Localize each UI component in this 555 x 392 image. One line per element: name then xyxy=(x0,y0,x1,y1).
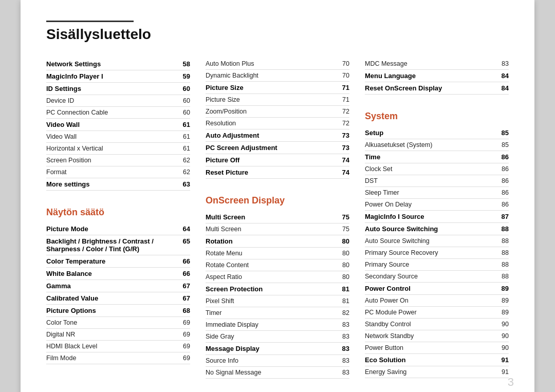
entry-label: Video Wall xyxy=(46,133,176,140)
entry-label: Immediate Display xyxy=(206,321,335,328)
entry-label: MagicInfo I Source xyxy=(365,213,494,220)
toc-entry: Auto Motion Plus70 xyxy=(206,58,349,70)
entry-page: 62 xyxy=(180,169,190,176)
entry-page: 71 xyxy=(339,84,349,91)
entry-page: 64 xyxy=(180,225,190,233)
entry-page: 73 xyxy=(339,132,349,139)
entry-label: Side Gray xyxy=(206,333,335,340)
entry-label: Primary Source Recovery xyxy=(365,249,494,256)
columns: Network Settings58MagicInfo Player I59ID… xyxy=(46,58,509,379)
toc-entry: Timer82 xyxy=(206,307,349,319)
column-2: Auto Motion Plus70Dynamic Backlight70Pic… xyxy=(206,58,365,379)
toc-entry: Sleep Timer86 xyxy=(365,187,509,199)
entry-page: 60 xyxy=(180,85,190,92)
toc-entry: Power Button90 xyxy=(365,342,509,354)
toc-entry: Time86 xyxy=(365,151,509,163)
toc-entry: Resolution72 xyxy=(206,118,349,129)
toc-entry: Horizontal x Vertical61 xyxy=(46,143,190,155)
entry-label: Auto Source Switching xyxy=(365,225,494,233)
entry-label: Rotate Menu xyxy=(206,250,335,257)
toc-entry: White Balance66 xyxy=(46,268,190,280)
entry-page: 75 xyxy=(339,226,349,233)
toc-entry: More settings63 xyxy=(46,178,190,191)
entry-page: 63 xyxy=(180,180,190,188)
entry-label: Sleep Timer xyxy=(365,189,494,196)
toc-entry: Picture Options68 xyxy=(46,305,190,317)
toc-entry: Network Settings58 xyxy=(46,58,190,70)
toc-entry: Clock Set86 xyxy=(365,163,509,175)
entry-page: 83 xyxy=(498,60,509,67)
toc-entry: Auto Source Switching88 xyxy=(365,223,509,235)
entry-label: Device ID xyxy=(46,97,176,104)
toc-entry: Backlight / Brightness / Contrast / Shar… xyxy=(46,235,190,255)
toc-entry: MDC Message83 xyxy=(365,58,509,70)
entry-page: 74 xyxy=(339,169,349,176)
entry-page: 74 xyxy=(339,156,349,164)
col2-top-entries: Auto Motion Plus70Dynamic Backlight70Pic… xyxy=(206,58,349,179)
page-number: 3 xyxy=(508,376,514,389)
entry-page: 88 xyxy=(498,261,509,268)
toc-entry: Multi Screen75 xyxy=(206,211,349,223)
entry-page: 71 xyxy=(339,96,349,103)
entry-label: Setup xyxy=(365,129,494,137)
toc-entry: Aspect Ratio80 xyxy=(206,271,349,283)
entry-page: 89 xyxy=(498,297,509,304)
toc-entry: Reset Picture74 xyxy=(206,166,349,179)
entry-label: Digital NR xyxy=(46,331,176,338)
toc-entry: Film Mode69 xyxy=(46,352,190,364)
page: Sisällysluettelo Network Settings58Magic… xyxy=(21,0,534,392)
col1-section-entries: Picture Mode64Backlight / Brightness / C… xyxy=(46,223,190,364)
entry-page: 61 xyxy=(180,133,190,140)
entry-page: 81 xyxy=(339,297,349,305)
toc-entry: Network Standby90 xyxy=(365,330,509,342)
entry-label: Calibrated Value xyxy=(46,294,176,302)
entry-page: 86 xyxy=(498,153,509,161)
entry-page: 87 xyxy=(498,213,509,220)
entry-label: PC Connection Cable xyxy=(46,109,176,116)
toc-entry: Primary Source Recovery88 xyxy=(365,247,509,259)
entry-label: Primary Source xyxy=(365,261,494,268)
toc-entry: Power Control89 xyxy=(365,283,509,295)
entry-page: 88 xyxy=(498,273,509,280)
toc-entry: Primary Source88 xyxy=(365,259,509,271)
toc-entry: PC Screen Adjustment73 xyxy=(206,142,349,154)
entry-label: Secondary Source xyxy=(365,273,494,280)
toc-entry: HDMI Black Level69 xyxy=(46,341,190,352)
entry-page: 91 xyxy=(498,356,509,364)
column-1: Network Settings58MagicInfo Player I59ID… xyxy=(46,58,206,379)
entry-page: 67 xyxy=(180,294,190,302)
entry-page: 91 xyxy=(498,368,509,376)
entry-page: 86 xyxy=(498,189,509,196)
entry-label: Resolution xyxy=(206,120,335,127)
entry-label: Screen Protection xyxy=(206,285,335,293)
toc-entry: Gamma67 xyxy=(46,280,190,292)
entry-label: Network Settings xyxy=(46,60,176,68)
entry-page: 86 xyxy=(498,177,509,184)
toc-entry: Picture Size71 xyxy=(206,82,349,94)
entry-page: 65 xyxy=(180,237,190,245)
entry-label: Clock Set xyxy=(365,165,494,173)
page-title: Sisällysluettelo xyxy=(46,26,509,43)
entry-page: 80 xyxy=(339,237,349,245)
toc-entry: MagicInfo I Source87 xyxy=(365,211,509,223)
toc-entry: Rotation80 xyxy=(206,235,349,248)
toc-entry: Power On Delay86 xyxy=(365,199,509,211)
entry-page: 61 xyxy=(180,121,190,128)
toc-entry: Multi Screen75 xyxy=(206,223,349,235)
entry-page: 84 xyxy=(498,72,509,80)
entry-page: 82 xyxy=(339,309,349,316)
entry-page: 69 xyxy=(180,319,190,326)
entry-label: Video Wall xyxy=(46,121,176,128)
entry-label: PC Module Power xyxy=(365,309,494,316)
col2-section-title: OnScreen Display xyxy=(206,195,349,206)
entry-label: Film Mode xyxy=(46,354,176,362)
toc-entry: Video Wall61 xyxy=(46,119,190,131)
toc-entry: Reset OnScreen Display84 xyxy=(365,82,509,95)
entry-page: 73 xyxy=(339,144,349,152)
entry-label: Zoom/Position xyxy=(206,108,335,115)
entry-label: Multi Screen xyxy=(206,213,335,221)
entry-page: 60 xyxy=(180,109,190,116)
entry-label: No Signal Message xyxy=(206,369,335,376)
entry-label: Backlight / Brightness / Contrast / Shar… xyxy=(46,237,176,253)
toc-entry: Standby Control90 xyxy=(365,319,509,330)
